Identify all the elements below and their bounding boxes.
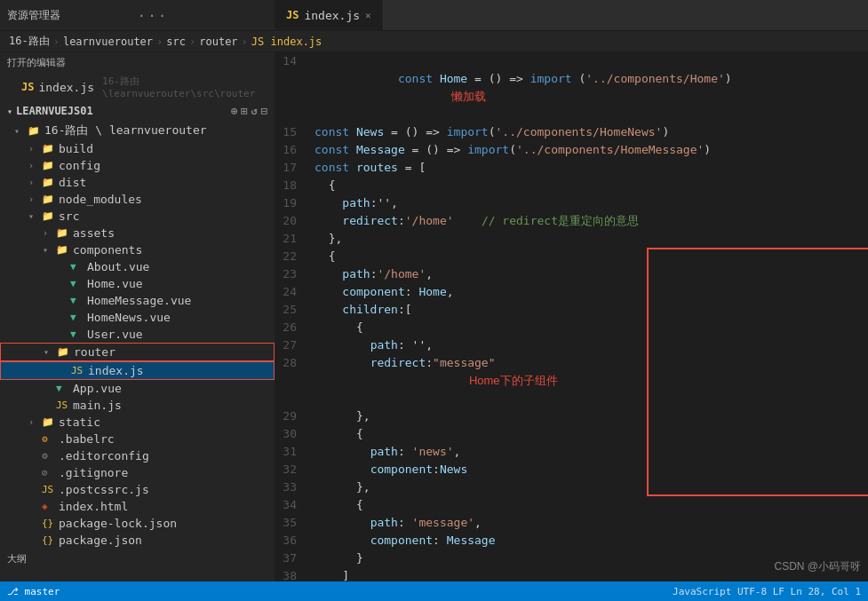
tree-item-app-vue[interactable]: ▼ App.vue bbox=[0, 380, 275, 397]
code-editor[interactable]: 14 const Home = () => import ('../compon… bbox=[275, 52, 868, 581]
tree-label: static bbox=[59, 415, 100, 429]
explorer-menu[interactable]: ··· bbox=[138, 7, 268, 24]
chevron-right-icon: › bbox=[28, 417, 39, 427]
code-line-28: 28 redirect:"message" Home下的子组件 bbox=[275, 354, 868, 407]
code-line-23: 23 path:'/home', bbox=[275, 265, 868, 283]
tab-close-button[interactable]: ✕ bbox=[365, 10, 371, 21]
tree-item-homenews-vue[interactable]: ▼ HomeNews.vue bbox=[0, 309, 275, 326]
babelrc-icon: ⚙ bbox=[42, 433, 56, 445]
code-line-30: 30 { bbox=[275, 425, 868, 443]
tab-index-js[interactable]: JS index.js ✕ bbox=[275, 0, 383, 30]
html-icon: ◈ bbox=[42, 501, 56, 512]
tree-item-build[interactable]: › 📁 build bbox=[0, 140, 275, 157]
tree-item-dist[interactable]: › 📁 dist bbox=[0, 174, 275, 191]
folder-icon: 📁 bbox=[42, 194, 56, 205]
vue-icon: ▼ bbox=[70, 328, 84, 340]
tree-item-homemessage-vue[interactable]: ▼ HomeMessage.vue bbox=[0, 292, 275, 309]
tree-label: HomeMessage.vue bbox=[87, 294, 191, 307]
tree-item-indexhtml[interactable]: ◈ index.html bbox=[0, 498, 275, 515]
tree-item-assets[interactable]: › 📁 assets bbox=[0, 225, 275, 241]
code-line-25: 25 children:[ bbox=[275, 301, 868, 319]
tree-label: .postcssrc.js bbox=[59, 483, 149, 496]
code-line-26: 26 { bbox=[275, 319, 868, 336]
breadcrumb-indexjs: JS index.js bbox=[251, 36, 322, 48]
gitignore-icon: ⊘ bbox=[42, 467, 56, 478]
code-line-21: 21 }, bbox=[275, 230, 868, 248]
folder-icon: 📁 bbox=[56, 227, 70, 239]
breadcrumb-src: src bbox=[166, 36, 186, 48]
breadcrumb-16luyou: 16-路由 bbox=[9, 34, 50, 49]
tree-label: HomeNews.vue bbox=[87, 311, 171, 324]
tree-label: About.vue bbox=[87, 260, 149, 273]
refresh-icon[interactable]: ↺ bbox=[251, 105, 258, 117]
tree-item-src[interactable]: ▾ 📁 src bbox=[0, 208, 275, 225]
tree-item-babelrc[interactable]: ⚙ .babelrc bbox=[0, 431, 275, 447]
tree-label: index.html bbox=[59, 500, 128, 513]
code-line-33: 33 }, bbox=[275, 478, 868, 496]
code-line-27: 27 path: '', bbox=[275, 336, 868, 354]
top-bar: 资源管理器 ··· JS index.js ✕ bbox=[0, 0, 868, 31]
chevron-down-icon: ▾ bbox=[43, 245, 53, 255]
vue-icon: ▼ bbox=[70, 295, 84, 306]
status-bar: ⎇ master JavaScript UTF-8 LF Ln 28, Col … bbox=[0, 581, 868, 601]
explorer-header: 资源管理器 ··· bbox=[0, 0, 275, 30]
new-file-icon[interactable]: ⊕ bbox=[231, 105, 237, 117]
tree-item-postcssrc[interactable]: JS .postcssrc.js bbox=[0, 481, 275, 498]
js-open-icon: JS bbox=[21, 81, 34, 93]
tree-label: components bbox=[73, 243, 142, 257]
tree-label: dist bbox=[59, 176, 86, 189]
tree-item-router[interactable]: ▾ 📁 router bbox=[0, 343, 275, 361]
tree-item-components[interactable]: ▾ 📁 components bbox=[0, 241, 275, 258]
code-line-17: 17 const routes = [ bbox=[275, 159, 868, 177]
open-editor-indexjs[interactable]: JS index.js 16-路由\learnvuerouter\src\rou… bbox=[0, 73, 275, 101]
code-line-16: 16 const Message = () => import('../comp… bbox=[275, 141, 868, 159]
tree-item-node-modules[interactable]: › 📁 node_modules bbox=[0, 191, 275, 208]
tree-item-about-vue[interactable]: ▼ About.vue bbox=[0, 258, 275, 275]
js-file-icon: JS bbox=[42, 484, 56, 495]
tree-label: .gitignore bbox=[59, 466, 128, 479]
tree-item-main-js[interactable]: JS main.js bbox=[0, 397, 275, 414]
tree-label: User.vue bbox=[87, 328, 143, 341]
js-tab-icon: JS bbox=[286, 9, 299, 21]
tree-item-home-vue[interactable]: ▼ Home.vue bbox=[0, 275, 275, 292]
tree-label: node_modules bbox=[59, 193, 142, 206]
project-actions: ⊕ ⊞ ↺ ⊟ bbox=[231, 105, 267, 117]
chevron-right-icon: › bbox=[28, 178, 39, 187]
csdn-watermark: CSDN @小码哥呀 bbox=[774, 559, 861, 574]
open-editor-path: 16-路由\learnvuerouter\src\router bbox=[102, 75, 267, 99]
tree-item-static[interactable]: › 📁 static bbox=[0, 414, 275, 431]
tree-item-16luyou[interactable]: ▾ 📁 16-路由 \ learnvuerouter bbox=[0, 121, 275, 140]
vue-icon: ▼ bbox=[70, 278, 84, 289]
collapse-icon[interactable]: ⊟ bbox=[261, 105, 267, 117]
tree-label: src bbox=[59, 210, 79, 223]
status-right: JavaScript UTF-8 LF Ln 28, Col 1 bbox=[673, 586, 861, 597]
code-line-32: 32 component:News bbox=[275, 461, 868, 478]
tree-label: Home.vue bbox=[87, 277, 143, 290]
tree-item-package-lock[interactable]: {} package-lock.json bbox=[0, 515, 275, 532]
project-root[interactable]: ▾ LEARNVUEJS01 ⊕ ⊞ ↺ ⊟ bbox=[0, 101, 275, 121]
tree-label: App.vue bbox=[73, 382, 122, 395]
tree-item-editorconfig[interactable]: ⚙ .editorconfig bbox=[0, 447, 275, 464]
gear-icon: ⚙ bbox=[42, 450, 56, 462]
folder-icon: 📁 bbox=[42, 160, 56, 171]
code-line-19: 19 path:'', bbox=[275, 194, 868, 212]
code-line-20: 20 redirect:'/home' // redirect是重定向的意思 bbox=[275, 212, 868, 230]
code-line-18: 18 { bbox=[275, 177, 868, 194]
sidebar: 打开的编辑器 JS index.js 16-路由\learnvuerouter\… bbox=[0, 52, 275, 581]
main-content: 打开的编辑器 JS index.js 16-路由\learnvuerouter\… bbox=[0, 52, 868, 581]
tree-item-config[interactable]: › 📁 config bbox=[0, 157, 275, 174]
tree-item-package-json[interactable]: {} package.json bbox=[0, 532, 275, 549]
folder-icon: 📁 bbox=[56, 244, 70, 256]
folder-icon: 📁 bbox=[42, 177, 56, 188]
code-line-29: 29 }, bbox=[275, 407, 868, 425]
tree-label: index.js bbox=[88, 364, 144, 377]
tree-item-user-vue[interactable]: ▼ User.vue bbox=[0, 326, 275, 343]
js-file-icon: JS bbox=[71, 365, 85, 376]
folder-icon: 📁 bbox=[42, 143, 56, 154]
status-branch: ⎇ master bbox=[7, 586, 60, 597]
folder-icon: 📁 bbox=[28, 125, 42, 137]
tree-item-indexjs[interactable]: JS index.js bbox=[0, 361, 275, 380]
new-folder-icon[interactable]: ⊞ bbox=[241, 105, 247, 117]
tree-item-gitignore[interactable]: ⊘ .gitignore bbox=[0, 464, 275, 481]
chevron-right-icon: › bbox=[43, 228, 53, 238]
